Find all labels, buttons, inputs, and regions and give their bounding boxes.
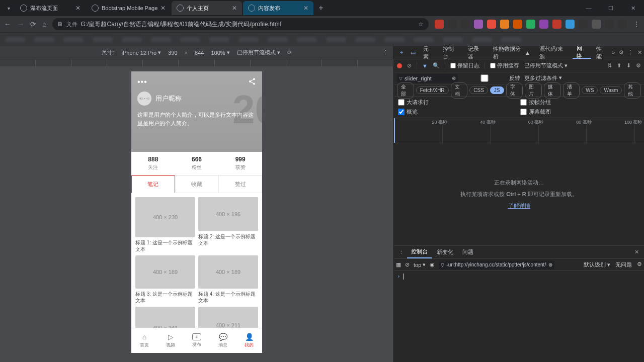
type-chip-全部[interactable]: 全部 [397,82,414,99]
extension-icon[interactable] [566,20,575,29]
search-icon[interactable]: 🔍 [433,62,440,69]
avatar[interactable]: 40 × 40 [137,92,151,106]
drawer-close-icon[interactable]: ✕ [631,249,642,255]
console-body[interactable]: › [394,271,644,362]
screenshot-checkbox[interactable]: 屏幕截图 [520,108,640,116]
extension-icon[interactable] [461,20,470,29]
type-chip-字体[interactable]: 字体 [506,82,523,99]
feed-card[interactable]: 400 × 189标题 3: 这是一个示例标题文本 [135,255,195,304]
close-button[interactable]: ✕ [622,1,644,15]
filter-input-wrap[interactable]: ▽ ⊗ [397,74,458,83]
clear-filter-icon[interactable]: ⊗ [452,75,456,81]
drawer-menu-icon[interactable]: ⋮ [396,249,406,255]
close-icon[interactable]: ✕ [160,5,166,12]
gear-icon[interactable]: ⚙ [619,49,624,56]
tab-3[interactable]: 内容发布✕ [243,1,313,15]
dt-tab-performance[interactable]: 性能 [592,46,611,59]
filter-icon[interactable]: ▼ [422,63,428,69]
clear-console-icon[interactable]: ⊘ [405,261,410,268]
clear-filter-icon[interactable]: ⊗ [548,262,552,267]
console-filter-input[interactable] [446,262,546,267]
feed-card[interactable]: 400 × 230标题 1: 这是一个示例标题文本 [135,197,195,252]
tabs-dropdown-icon[interactable]: ▾ [4,4,13,13]
close-icon[interactable]: ✕ [75,5,80,12]
group-checkbox[interactable]: 按帧分组 [520,99,640,106]
forward-button[interactable]: → [17,20,24,28]
type-chip-fetch/xhr[interactable]: Fetch/XHR [416,86,449,94]
eye-icon[interactable]: ◉ [430,261,435,268]
feed-card[interactable]: 400 × 189标题 4: 这是一个示例标题文本 [198,255,258,304]
dt-tab-network[interactable]: 网络 [573,46,591,59]
back-button[interactable]: ← [4,20,11,28]
throttle-select[interactable]: 已停用节流模式 ▾ [237,49,280,56]
preserve-log-checkbox[interactable]: 保留日志 [450,62,479,69]
net-gear-icon[interactable]: ⚙ [636,62,641,69]
extension-icon[interactable] [579,20,588,29]
dt-tab-elements[interactable]: 元素 [419,46,438,59]
home-button[interactable]: ⌂ [42,20,46,28]
close-devtools-icon[interactable]: ✕ [637,49,642,56]
tab-0[interactable]: 瀑布流页面✕ [15,1,86,15]
extension-icon[interactable] [448,20,457,29]
type-chip-js[interactable]: JS [490,86,504,94]
level-dropdown[interactable]: 默认级别 ▾ [584,261,610,268]
drawer-tab-issues[interactable]: 问题 [458,246,477,258]
tab-liked[interactable]: 赞过 [218,175,262,193]
nav-me[interactable]: 👤我的 [236,328,262,353]
type-chip-其他[interactable]: 其他 [624,82,641,99]
feed-card[interactable]: 400 × 241 [135,307,195,328]
dt-tab-console[interactable]: 控制台 [439,46,463,59]
nav-home[interactable]: ⌂首页 [131,328,157,353]
maximize-button[interactable]: ☐ [600,1,622,15]
type-chip-wasm[interactable]: Wasm [600,86,622,94]
device-height[interactable]: 844 [195,50,204,56]
context-dropdown[interactable]: top ▾ [414,261,426,268]
inspect-icon[interactable]: ⌖ [396,49,407,56]
star-icon[interactable]: ☆ [418,21,424,28]
more-tabs-icon[interactable]: » [612,49,615,56]
tab-fav[interactable]: 收藏 [175,175,219,193]
upload-icon[interactable]: ⬆ [617,62,621,69]
console-gear-icon[interactable]: ⚙ [637,261,642,268]
tab-2[interactable]: 个人主页✕ [172,1,242,15]
console-filter-wrap[interactable]: ▽ ⊗ [439,260,554,269]
wifi-icon[interactable]: ⇅ [607,62,612,69]
extension-icon[interactable] [592,20,601,29]
close-icon[interactable]: ✕ [232,5,237,12]
device-width[interactable]: 390 [168,50,177,56]
dt-tab-recorder[interactable]: 记录器 [464,46,488,59]
rotate-icon[interactable]: ⟳ [287,49,292,56]
feed-grid[interactable]: 400 × 230标题 1: 这是一个示例标题文本400 × 196标题 2: … [131,193,262,328]
new-tab-button[interactable]: + [314,4,327,13]
extension-icon[interactable] [435,20,444,29]
extension-icon[interactable] [618,20,627,29]
overview-checkbox[interactable]: 概览 [398,108,518,116]
feed-card[interactable]: 400 × 196标题 2: 这是一个示例标题文本 [198,197,258,252]
nav-msg[interactable]: 💬消息 [210,328,236,353]
waterfall-overview[interactable]: 20 毫秒40 毫秒60 毫秒80 毫秒100 毫秒 [394,118,644,143]
filter-input[interactable] [405,75,450,81]
stat-fans[interactable]: 666粉丝 [175,152,219,175]
url-field-wrap[interactable]: 🗎 文件 G:/皇哥超Carry/自然语言编程/课程包/01前端代码生成/实测代… [52,18,429,30]
extension-icon[interactable] [605,20,614,29]
clear-button[interactable]: ⊘ [407,62,412,69]
device-select[interactable]: iPhone 12 Pro ▾ [122,49,162,56]
extension-icon[interactable] [539,20,548,29]
drawer-tab-console[interactable]: 控制台 [407,246,432,258]
disable-cache-checkbox[interactable]: 停用缓存 [490,62,519,69]
extension-icon[interactable] [500,20,509,29]
dt-tab-perf-insights[interactable]: 性能数据分析 ▲ [489,46,534,59]
extension-icon[interactable] [487,20,496,29]
nav-video[interactable]: ▷视频 [157,328,184,353]
type-chip-图片[interactable]: 图片 [525,82,542,99]
type-chip-媒体[interactable]: 媒体 [544,82,561,99]
extension-icon[interactable] [526,20,535,29]
type-chip-ws[interactable]: WS [582,86,598,94]
record-button[interactable] [397,63,402,68]
device-more-icon[interactable]: ⋮ [383,49,388,56]
extension-icon[interactable] [474,20,483,29]
minimize-button[interactable]: — [578,1,600,15]
more-icon[interactable]: ••• [137,77,147,86]
stat-follow[interactable]: 888关注 [131,152,175,175]
bigreq-checkbox[interactable]: 大请求行 [398,99,518,106]
